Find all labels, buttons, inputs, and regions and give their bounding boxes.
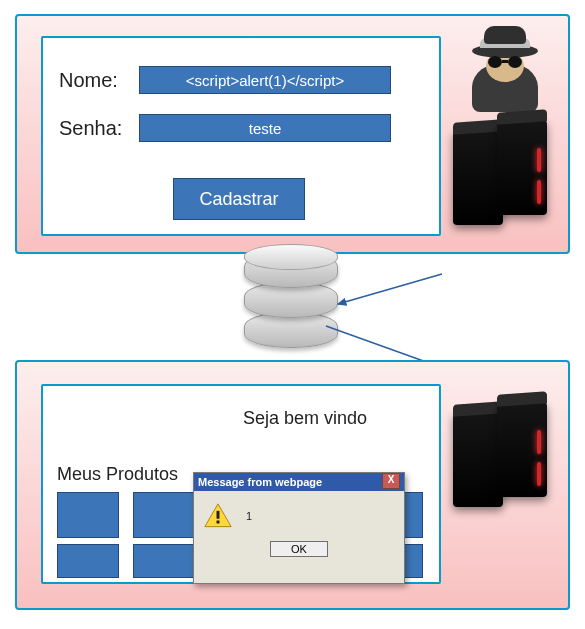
name-input[interactable]: <script>alert(1)</script>: [139, 66, 391, 94]
svg-rect-3: [217, 521, 220, 524]
password-row: Senha: teste: [59, 114, 391, 142]
name-row: Nome: <script>alert(1)</script>: [59, 66, 391, 94]
attack-input-panel: Nome: <script>alert(1)</script> Senha: t…: [15, 14, 570, 254]
alert-message: 1: [246, 510, 252, 522]
registration-form-card: Nome: <script>alert(1)</script> Senha: t…: [41, 36, 441, 236]
submit-button[interactable]: Cadastrar: [173, 178, 305, 220]
alert-ok-button[interactable]: OK: [270, 541, 328, 557]
alert-titlebar: Message from webpage X: [194, 473, 404, 491]
arrow-icon: [330, 270, 450, 310]
name-label: Nome:: [59, 69, 131, 92]
warning-icon: [204, 503, 232, 529]
server-icon: [449, 402, 554, 517]
product-tile[interactable]: [57, 544, 119, 578]
svg-rect-2: [217, 511, 220, 519]
hacker-icon: [460, 22, 550, 112]
product-tile[interactable]: [57, 492, 119, 538]
js-alert-dialog: Message from webpage X 1 OK: [193, 472, 405, 584]
close-icon[interactable]: X: [382, 473, 400, 489]
products-heading: Meus Produtos: [57, 464, 178, 485]
alert-title: Message from webpage: [198, 473, 322, 491]
product-tile[interactable]: [133, 544, 195, 578]
svg-line-0: [338, 274, 442, 304]
welcome-heading: Seja bem vindo: [243, 408, 367, 429]
password-label: Senha:: [59, 117, 131, 140]
product-tile[interactable]: [133, 492, 195, 538]
server-icon: [449, 120, 554, 235]
welcome-page-card: Seja bem vindo Meus Produtos Message fro…: [41, 384, 441, 584]
result-panel: Seja bem vindo Meus Produtos Message fro…: [15, 360, 570, 610]
password-input[interactable]: teste: [139, 114, 391, 142]
